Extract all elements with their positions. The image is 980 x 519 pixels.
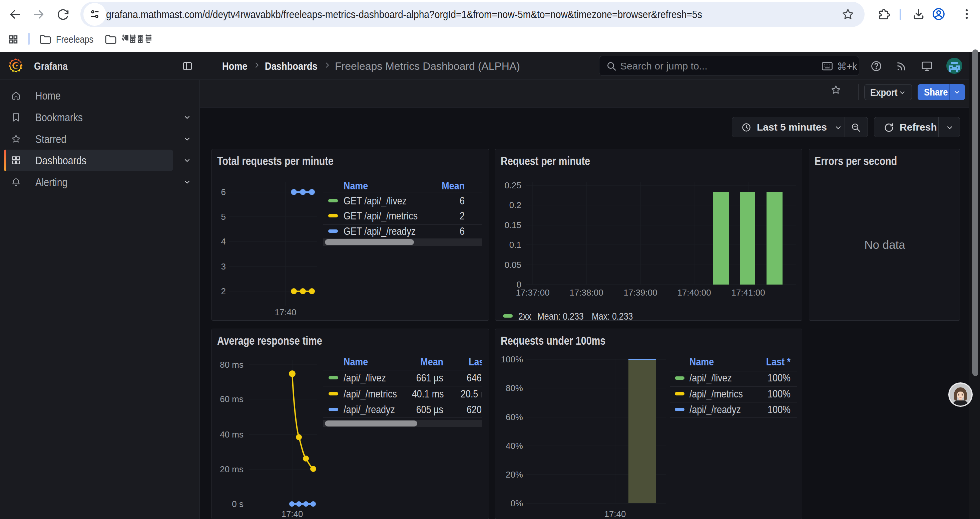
svg-text:0.25: 0.25 [504,180,521,190]
svg-text:80 ms: 80 ms [220,360,243,370]
svg-text:0.1: 0.1 [509,240,521,250]
svg-text:0 s: 0 s [232,499,243,509]
svg-text:17:40: 17:40 [275,307,296,317]
svg-text:6: 6 [221,187,226,197]
svg-text:80%: 80% [506,383,523,393]
svg-text:40 ms: 40 ms [220,430,243,439]
svg-text:20%: 20% [506,469,523,480]
svg-text:40%: 40% [506,441,523,451]
svg-text:0.05: 0.05 [504,260,521,270]
svg-text:60 ms: 60 ms [220,394,243,404]
svg-text:0.15: 0.15 [504,220,521,230]
svg-text:20 ms: 20 ms [220,464,243,474]
svg-text:0.2: 0.2 [509,200,521,210]
svg-text:17:41:00: 17:41:00 [731,287,765,297]
svg-text:17:40: 17:40 [281,509,303,519]
svg-text:17:40:00: 17:40:00 [677,287,711,297]
svg-text:17:37:00: 17:37:00 [516,287,549,297]
svg-text:17:40: 17:40 [604,509,626,519]
svg-text:0%: 0% [510,498,523,508]
svg-text:5: 5 [221,212,226,222]
svg-text:100%: 100% [501,355,523,364]
svg-text:17:39:00: 17:39:00 [624,287,657,297]
svg-text:60%: 60% [506,412,523,422]
svg-text:2: 2 [221,286,226,296]
svg-text:3: 3 [221,262,226,271]
svg-text:17:38:00: 17:38:00 [570,287,603,297]
svg-text:4: 4 [221,236,226,246]
